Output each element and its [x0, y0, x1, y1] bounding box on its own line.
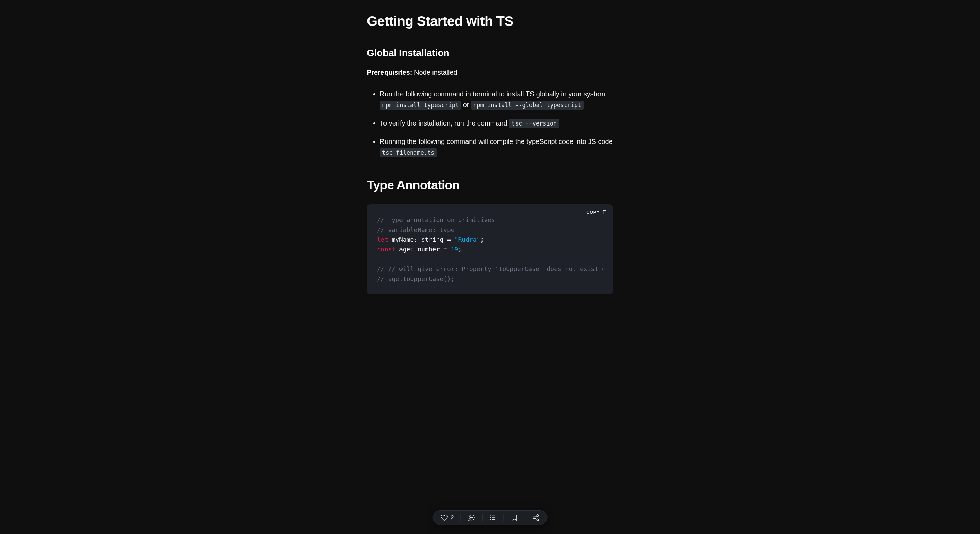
step-or: or — [463, 101, 469, 108]
separator — [503, 514, 504, 521]
code-content: // Type annotation on primitives // vari… — [377, 215, 603, 284]
inline-code: npm install --global typescript — [471, 101, 584, 110]
svg-point-8 — [537, 515, 539, 517]
list-icon — [489, 514, 496, 521]
svg-point-10 — [537, 519, 539, 521]
heart-icon — [441, 514, 448, 521]
inline-code: tsc filename.ts — [380, 148, 437, 157]
svg-point-6 — [491, 518, 491, 518]
page-title: Getting Started with TS — [367, 14, 613, 29]
svg-line-11 — [535, 518, 537, 520]
bookmark-icon — [511, 514, 518, 521]
step-text: Run the following command in terminal to… — [380, 90, 605, 98]
copy-label: COPY — [586, 210, 600, 215]
like-count: 2 — [451, 515, 454, 521]
clipboard-icon — [601, 209, 607, 215]
comment-button[interactable] — [468, 514, 475, 521]
svg-rect-0 — [603, 210, 606, 214]
like-button[interactable]: 2 — [441, 514, 454, 521]
step-text: To verify the installation, run the comm… — [380, 119, 508, 127]
prerequisites-label: Prerequisites: — [367, 69, 412, 76]
copy-button[interactable]: COPY — [586, 209, 607, 215]
code-block: COPY // Type annotation on primitives //… — [367, 204, 613, 294]
inline-code: tsc --version — [509, 119, 559, 128]
bookmark-button[interactable] — [511, 514, 518, 521]
floating-action-bar: 2 — [433, 510, 547, 525]
svg-point-9 — [533, 517, 535, 519]
toc-button[interactable] — [489, 514, 496, 521]
svg-point-5 — [491, 516, 491, 516]
list-item: To verify the installation, run the comm… — [380, 118, 613, 129]
share-icon — [532, 514, 539, 521]
install-steps: Run the following command in terminal to… — [367, 89, 613, 158]
share-button[interactable] — [532, 514, 539, 521]
prerequisites-value: Node installed — [414, 69, 457, 76]
list-item: Running the following command will compi… — [380, 136, 613, 158]
prerequisites-line: Prerequisites: Node installed — [367, 69, 613, 76]
section-global-installation: Global Installation — [367, 48, 613, 59]
list-item: Run the following command in terminal to… — [380, 89, 613, 110]
inline-code: npm install typescript — [380, 101, 461, 110]
separator — [525, 514, 525, 521]
step-text: Running the following command will compi… — [380, 138, 613, 145]
separator — [460, 514, 461, 521]
svg-line-12 — [535, 516, 537, 517]
comment-icon — [468, 514, 475, 521]
section-type-annotation: Type Annotation — [367, 178, 613, 192]
